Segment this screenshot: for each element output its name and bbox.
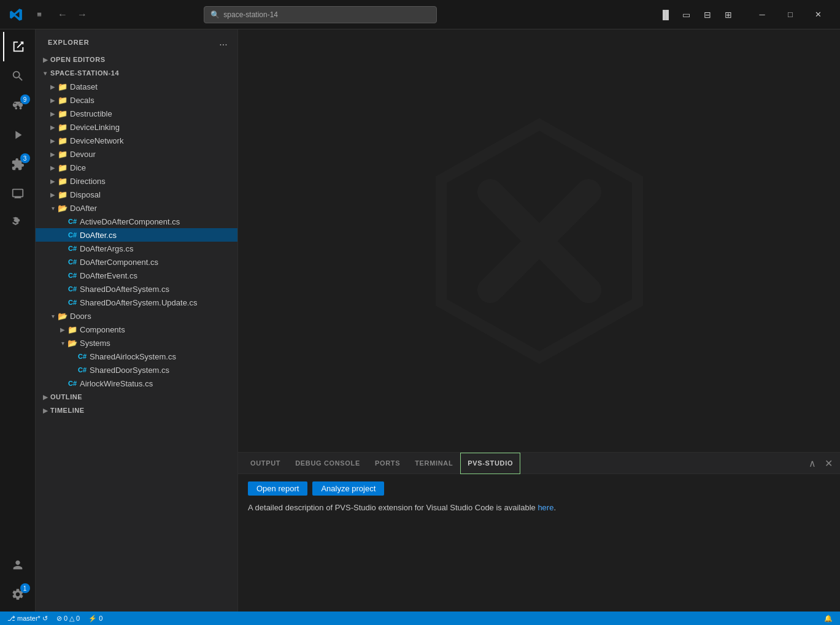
toggle-panel-button[interactable]: ▭ — [678, 6, 695, 23]
vscode-logo — [7, 6, 25, 23]
folder-icon: 📁 — [58, 176, 67, 186]
editor-area: OUTPUT DEBUG CONSOLE PORTS TERMINAL PVS-… — [238, 29, 840, 612]
components-arrow: ▶ — [58, 324, 67, 334]
activity-run[interactable] — [3, 120, 33, 150]
tree-item-decals[interactable]: ▶ 📁 Decals — [36, 93, 237, 107]
activity-docker[interactable] — [3, 209, 33, 238]
activity-accounts[interactable] — [3, 550, 33, 580]
statusbar-notification[interactable]: 🔔 — [822, 612, 835, 625]
source-control-badge: 9 — [20, 94, 30, 104]
activity-search[interactable] — [3, 61, 33, 91]
panel-collapse-button[interactable]: ∧ — [806, 456, 819, 470]
tree-item-doaftercomponent[interactable]: C# DoAfterComponent.cs — [36, 255, 237, 269]
shareddoor-label: SharedDoorSystem.cs — [90, 366, 169, 375]
tree-item-systems[interactable]: ▾ 📂 Systems — [36, 336, 237, 350]
tree-item-doafterargs[interactable]: C# DoAfterArgs.cs — [36, 242, 237, 255]
minimize-button[interactable]: ─ — [748, 6, 776, 24]
sidebar: EXPLORER ... ▶ OPEN EDITORS ▾ SPACE-STAT… — [36, 29, 238, 612]
activity-extensions[interactable]: 3 — [3, 150, 33, 179]
devicenetwork-arrow: ▶ — [48, 136, 58, 145]
tab-terminal[interactable]: TERMINAL — [407, 453, 460, 474]
dataset-label: Dataset — [70, 82, 98, 91]
tree-item-disposal[interactable]: ▶ 📁 Disposal — [36, 188, 237, 201]
forward-button[interactable]: → — [74, 6, 91, 23]
tree-item-shareddoaftersystem[interactable]: C# SharedDoAfterSystem.cs — [36, 282, 237, 296]
dice-arrow: ▶ — [48, 163, 58, 172]
back-button[interactable]: ← — [54, 6, 71, 23]
statusbar-branch[interactable]: ⎇ master* ↺ — [5, 612, 50, 625]
split-editor-button[interactable]: ⊟ — [699, 6, 716, 23]
tab-ports[interactable]: PORTS — [368, 453, 407, 474]
warning-count: 0 — [76, 615, 80, 622]
tree-item-components[interactable]: ▶ 📁 Components — [36, 323, 237, 336]
maximize-button[interactable]: □ — [776, 6, 804, 24]
sidebar-title: EXPLORER — [48, 39, 90, 46]
activity-settings[interactable]: 1 — [3, 580, 33, 609]
activity-explorer[interactable] — [3, 32, 33, 61]
tab-pvs-studio[interactable]: PVS-STUDIO — [460, 453, 520, 474]
here-link[interactable]: here — [538, 503, 553, 512]
analyze-project-button[interactable]: Analyze project — [312, 481, 384, 496]
close-button[interactable]: ✕ — [804, 6, 833, 24]
toggle-sidebar-button[interactable]: ▐▌ — [657, 6, 674, 23]
tree-item-airlockwire[interactable]: C# AirlockWireStatus.cs — [36, 377, 237, 390]
tree-item-doors[interactable]: ▾ 📂 Doors — [36, 309, 237, 323]
section-space-station[interactable]: ▾ SPACE-STATION-14 — [36, 66, 237, 80]
panel-close-button[interactable]: ✕ — [822, 456, 835, 470]
tree-item-devicenetwork[interactable]: ▶ 📁 DeviceNetwork — [36, 134, 237, 147]
branch-icon: ⎇ — [7, 615, 15, 623]
section-outline[interactable]: ▶ OUTLINE — [36, 390, 237, 404]
tree-item-activedoafter[interactable]: C# ActiveDoAfterComponent.cs — [36, 215, 237, 228]
tree-item-dice[interactable]: ▶ 📁 Dice — [36, 161, 237, 174]
tree-item-shareddoaftersystem-update[interactable]: C# SharedDoAfterSystem.Update.cs — [36, 296, 237, 309]
statusbar-errors[interactable]: ⊘ 0 △ 0 — [54, 612, 82, 625]
search-text: space-station-14 — [223, 10, 278, 19]
panel-tab-controls: ∧ ✕ — [806, 456, 835, 470]
tree-item-directions[interactable]: ▶ 📁 Directions — [36, 174, 237, 188]
tree-item-doafterevent[interactable]: C# DoAfterEvent.cs — [36, 269, 237, 282]
panel: OUTPUT DEBUG CONSOLE PORTS TERMINAL PVS-… — [238, 452, 840, 612]
tab-output[interactable]: OUTPUT — [243, 453, 288, 474]
tree-item-dataset[interactable]: ▶ 📁 Dataset — [36, 80, 237, 93]
command-palette[interactable]: 🔍 space-station-14 — [204, 6, 437, 23]
tab-debug-console[interactable]: DEBUG CONSOLE — [288, 453, 368, 474]
customize-layout-button[interactable]: ⊞ — [720, 6, 737, 23]
outline-label: OUTLINE — [50, 393, 82, 401]
tree-item-doafter-cs[interactable]: C# DoAfter.cs — [36, 228, 237, 242]
folder-icon: 📁 — [58, 136, 67, 145]
panel-tabs: OUTPUT DEBUG CONSOLE PORTS TERMINAL PVS-… — [238, 453, 840, 474]
section-timeline[interactable]: ▶ TIMELINE — [36, 404, 237, 417]
cs-file-icon: C# — [67, 297, 77, 307]
vscode-watermark — [417, 118, 662, 364]
panel-content: Open report Analyze project A detailed d… — [238, 474, 840, 612]
section-open-editors[interactable]: ▶ OPEN EDITORS — [36, 53, 237, 66]
tree-item-doafter[interactable]: ▾ 📂 DoAfter — [36, 201, 237, 215]
panel-buttons: Open report Analyze project — [248, 481, 830, 496]
folder-icon: 📁 — [58, 82, 67, 91]
sharedairlock-label: SharedAirlockSystem.cs — [90, 352, 176, 361]
doors-arrow: ▾ — [48, 311, 58, 321]
dataset-arrow: ▶ — [48, 82, 58, 91]
tree-item-shareddoor[interactable]: C# SharedDoorSystem.cs — [36, 363, 237, 377]
sidebar-more-actions[interactable]: ... — [217, 36, 230, 49]
shareddoaftersystem-label: SharedDoAfterSystem.cs — [80, 285, 169, 294]
statusbar-remote[interactable]: ⚡ 0 — [86, 612, 105, 625]
tree-item-devour[interactable]: ▶ 📁 Devour — [36, 147, 237, 161]
statusbar-right: 🔔 — [822, 612, 835, 625]
no-arrow — [58, 257, 67, 267]
open-editors-label: OPEN EDITORS — [50, 56, 106, 63]
tree-item-sharedairlock[interactable]: C# SharedAirlockSystem.cs — [36, 350, 237, 363]
doafter-cs-label: DoAfter.cs — [80, 231, 117, 240]
sync-icon: ↺ — [42, 615, 48, 623]
remote-icon: ⚡ — [88, 615, 97, 623]
activity-source-control[interactable]: 9 — [3, 91, 33, 120]
tree-item-destructible[interactable]: ▶ 📁 Destructible — [36, 107, 237, 120]
doafter-arrow: ▾ — [48, 203, 58, 213]
cs-file-icon: C# — [67, 243, 77, 253]
hamburger-menu[interactable]: ≡ — [31, 6, 48, 23]
activity-remote[interactable] — [3, 179, 33, 209]
main-area: 9 3 — [0, 29, 840, 612]
tree-item-devicelinking[interactable]: ▶ 📁 DeviceLinking — [36, 120, 237, 134]
open-report-button[interactable]: Open report — [248, 481, 307, 496]
statusbar: ⎇ master* ↺ ⊘ 0 △ 0 ⚡ 0 🔔 — [0, 612, 840, 625]
